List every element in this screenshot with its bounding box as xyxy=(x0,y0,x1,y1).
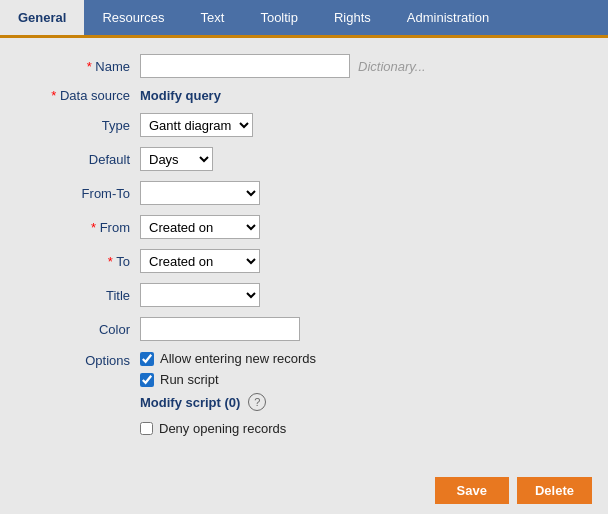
help-icon[interactable]: ? xyxy=(248,393,266,411)
from-to-label: From-To xyxy=(20,186,140,201)
deny-opening-label: Deny opening records xyxy=(159,421,286,436)
tab-general[interactable]: General xyxy=(0,0,84,35)
default-label: Default xyxy=(20,152,140,167)
color-label: Color xyxy=(20,322,140,337)
footer: Save Delete xyxy=(0,467,608,514)
allow-new-records-checkbox[interactable] xyxy=(140,352,154,366)
name-input[interactable] xyxy=(140,54,350,78)
tab-resources[interactable]: Resources xyxy=(84,0,182,35)
tab-text[interactable]: Text xyxy=(183,0,243,35)
allow-new-records-label: Allow entering new records xyxy=(160,351,316,366)
allow-new-records-row: Allow entering new records xyxy=(140,351,316,366)
from-row: From Created on xyxy=(20,215,588,239)
save-button[interactable]: Save xyxy=(435,477,509,504)
title-label: Title xyxy=(20,288,140,303)
type-label: Type xyxy=(20,118,140,133)
to-row: To Created on xyxy=(20,249,588,273)
datasource-row: Data source Modify query xyxy=(20,88,588,103)
delete-button[interactable]: Delete xyxy=(517,477,592,504)
tab-bar: General Resources Text Tooltip Rights Ad… xyxy=(0,0,608,38)
title-row: Title xyxy=(20,283,588,307)
deny-row: Deny opening records xyxy=(20,421,588,436)
tab-rights[interactable]: Rights xyxy=(316,0,389,35)
modify-script-label: Modify script (0) xyxy=(140,395,240,410)
run-script-label: Run script xyxy=(160,372,219,387)
to-select[interactable]: Created on xyxy=(140,249,260,273)
from-select[interactable]: Created on xyxy=(140,215,260,239)
run-script-checkbox[interactable] xyxy=(140,373,154,387)
form-content: Name Dictionary... Data source Modify qu… xyxy=(0,38,608,452)
type-row: Type Gantt diagram xyxy=(20,113,588,137)
type-select[interactable]: Gantt diagram xyxy=(140,113,253,137)
default-select[interactable]: Days Weeks Months xyxy=(140,147,213,171)
default-row: Default Days Weeks Months xyxy=(20,147,588,171)
from-label: From xyxy=(20,220,140,235)
run-script-row: Run script xyxy=(140,372,316,387)
options-label: Options xyxy=(20,351,140,368)
name-label: Name xyxy=(20,59,140,74)
color-row: Color xyxy=(20,317,588,341)
name-placeholder: Dictionary... xyxy=(358,59,426,74)
modify-script-row: Modify script (0) ? xyxy=(140,393,316,411)
options-content: Allow entering new records Run script Mo… xyxy=(140,351,316,411)
to-label: To xyxy=(20,254,140,269)
color-input[interactable] xyxy=(140,317,300,341)
modify-query-link[interactable]: Modify query xyxy=(140,88,221,103)
page-wrapper: General Resources Text Tooltip Rights Ad… xyxy=(0,0,608,514)
datasource-label: Data source xyxy=(20,88,140,103)
from-to-row: From-To xyxy=(20,181,588,205)
title-select[interactable] xyxy=(140,283,260,307)
tab-administration[interactable]: Administration xyxy=(389,0,507,35)
options-area: Options Allow entering new records Run s… xyxy=(20,351,588,411)
deny-opening-checkbox[interactable] xyxy=(140,422,153,435)
name-row: Name Dictionary... xyxy=(20,54,588,78)
from-to-select[interactable] xyxy=(140,181,260,205)
tab-tooltip[interactable]: Tooltip xyxy=(242,0,316,35)
